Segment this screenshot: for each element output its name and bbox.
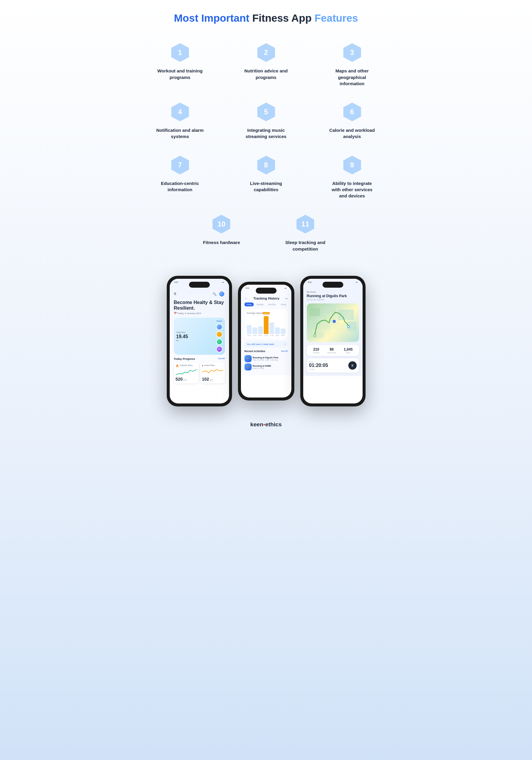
- badge-number-5: 5: [264, 108, 268, 116]
- calories-unit: kcal: [183, 379, 187, 381]
- phone2-content: ← Tracking History ••• TodayWeeklyMonthl…: [241, 285, 291, 375]
- activity-icon-1: 🏃: [244, 363, 252, 370]
- friend-avatar-3: [216, 338, 223, 345]
- activity-info-0: Running at Digulis Park Tue 10 • 8:55 - …: [253, 356, 288, 361]
- phone3-screen: 9:41 ▪▪▪ My Route Running at Digulis Par…: [303, 279, 363, 404]
- badge-number-4: 4: [178, 108, 182, 116]
- heartrate-card: ♥ Heart Rate 102 bpm: [200, 362, 225, 383]
- stat-label-1: Heart Rate: [327, 352, 336, 354]
- feature-label-1: Workout and training programs: [156, 68, 204, 80]
- timer-area: Timer 01:20:05 3.5 km ⏸: [307, 358, 359, 373]
- activity-meta-0: Tue 10 • 8:55 - 8:35 · 920 kcal: [253, 359, 288, 361]
- svg-point-24: [332, 320, 336, 323]
- today-distance: 19.45: [176, 334, 188, 339]
- route-stat-2: 1,045 Steps: [344, 347, 352, 354]
- back-button[interactable]: ←: [244, 297, 248, 300]
- stat-label-0: Calories: [313, 352, 320, 354]
- calories-card: 🔥 Calories Burn 520 kcal: [174, 362, 199, 383]
- stat-label-2: Steps: [344, 352, 352, 354]
- activity-info-1: Running at IISBE Tue 10 • 9:00: [253, 364, 288, 369]
- page-title: Most Important Fitness App Features: [139, 12, 394, 24]
- title-features: Features: [315, 12, 358, 24]
- task-card[interactable]: You still have 2 daily tasks ›: [244, 341, 288, 347]
- bar-5: [275, 327, 280, 334]
- heartrate-value: 102: [202, 377, 209, 381]
- recent-see-all[interactable]: See All: [281, 350, 288, 354]
- phone1-mockup: 9:41 ▪▪▪ ☰ 🔍 Become Healty & Stay Resili…: [167, 276, 232, 406]
- phone3-mockup: 9:41 ▪▪▪ My Route Running at Digulis Par…: [300, 276, 366, 406]
- phone1-date: 📅 Today, 8 January 2023: [174, 312, 225, 315]
- brand-name2: ethics: [265, 421, 282, 428]
- activity-item-0[interactable]: 🏃 Running at Digulis Park Tue 10 • 8:55 …: [244, 355, 288, 362]
- bar-1: [252, 327, 257, 334]
- badge-number-2: 2: [264, 48, 268, 57]
- bar-2: [258, 326, 263, 334]
- hexagon-4: 4: [170, 102, 191, 122]
- see-all-link[interactable]: See All: [218, 357, 225, 362]
- phone1-friends: Friend +9: [216, 320, 223, 353]
- bar-label-5: 8:00: [275, 335, 280, 336]
- tab-today[interactable]: Today: [244, 303, 254, 307]
- tab-yearly[interactable]: Yearly: [279, 303, 288, 307]
- feature-label-5: Integrating music streaming services: [243, 127, 290, 140]
- svg-point-21: [314, 335, 315, 336]
- calories-chart: [176, 368, 197, 376]
- activity-item-1[interactable]: 🏃 Running at IISBE Tue 10 • 9:00: [244, 363, 288, 370]
- friend-avatar-2: [216, 331, 223, 338]
- badge-number-3: 3: [350, 48, 354, 57]
- phone1-menu-icon[interactable]: ☰: [174, 292, 176, 295]
- phone2-mockup: 9:41 ▪▪▪ ← Tracking History ••• TodayWee…: [238, 282, 294, 401]
- feature-item-10: 10 Fitness hardware: [200, 211, 243, 255]
- recent-section: Recent Activities See All 🏃 Running at D…: [244, 350, 288, 370]
- friend-label: Friend: [216, 320, 222, 322]
- route-stats: 210 Calories 98 Heart Rate 1,045 Steps: [307, 345, 359, 356]
- heart-icon: ♥: [202, 364, 203, 367]
- today-run-label: Today Run: [176, 331, 188, 333]
- route-map: [307, 304, 359, 342]
- hexagon-2: 2: [256, 42, 277, 63]
- route-stat-0: 210 Calories: [313, 347, 320, 354]
- feature-item-9: 9 Ability to integrate with other servic…: [311, 152, 394, 202]
- activity-name-1: Running at IISBE: [253, 364, 288, 367]
- feature-label-2: Nutrition advice and programs: [243, 68, 290, 80]
- feature-label-6: Calorie and workload analysis: [329, 127, 376, 140]
- bar-label-6: 9:00: [281, 335, 286, 336]
- route-header-label: My Route: [307, 291, 359, 293]
- phone1-search-icon[interactable]: 🔍: [212, 292, 217, 296]
- features-grid: 1 Workout and training programs 2 Nutrit…: [139, 39, 394, 202]
- tab-weekly[interactable]: Weekly: [255, 303, 265, 307]
- tracking-tabs: TodayWeeklyMonthlyYearly: [244, 303, 288, 307]
- feature-item-8: 8 Live-streaming capabilities: [225, 152, 308, 202]
- phone1-signal: ▪▪▪: [222, 281, 224, 283]
- badge-number-6: 6: [350, 108, 354, 116]
- tracking-header: ← Tracking History •••: [244, 297, 288, 300]
- feature-label-7: Education-centric information: [156, 180, 204, 193]
- activity-icon-0: 🏃: [244, 355, 252, 362]
- phone1-dynamic-island: [189, 282, 210, 288]
- badge-number-10: 10: [217, 220, 226, 228]
- svg-rect-12: [322, 307, 335, 313]
- brand-footer: keen•ethics: [139, 421, 394, 428]
- more-button[interactable]: •••: [285, 297, 288, 300]
- progress-title: Today Progress: [174, 357, 195, 360]
- feature-item-3: 3 Maps and other geographical informatio…: [311, 39, 394, 90]
- badge-number-1: 1: [178, 48, 182, 57]
- badge-number-9: 9: [350, 161, 354, 169]
- recent-title: Recent Activities: [244, 350, 266, 353]
- route-title: Running at Digulis Park: [307, 294, 359, 298]
- phone2-screen: 9:41 ▪▪▪ ← Tracking History ••• TodayWee…: [241, 285, 291, 398]
- hexagon-3: 3: [342, 42, 363, 63]
- phone1-screen: 9:41 ▪▪▪ ☰ 🔍 Become Healty & Stay Resili…: [170, 279, 229, 404]
- hexagon-11: 11: [295, 214, 316, 235]
- tab-monthly[interactable]: Monthly: [266, 303, 278, 307]
- calories-value: 520: [176, 377, 183, 381]
- timer-label: Timer: [309, 361, 328, 363]
- feature-label-8: Live-streaming capabilities: [243, 180, 290, 193]
- phone3-signal: ▪▪▪: [356, 281, 358, 283]
- feature-label-4: Notification and alarm systems: [156, 127, 204, 140]
- route-datetime: 🕐 Tue 10 • 6:00 PM: [307, 299, 359, 301]
- pause-button[interactable]: ⏸: [348, 361, 357, 370]
- phones-section: 9:41 ▪▪▪ ☰ 🔍 Become Healty & Stay Resili…: [139, 270, 394, 412]
- heartrate-unit: bpm: [210, 379, 213, 381]
- map-background: [307, 304, 359, 342]
